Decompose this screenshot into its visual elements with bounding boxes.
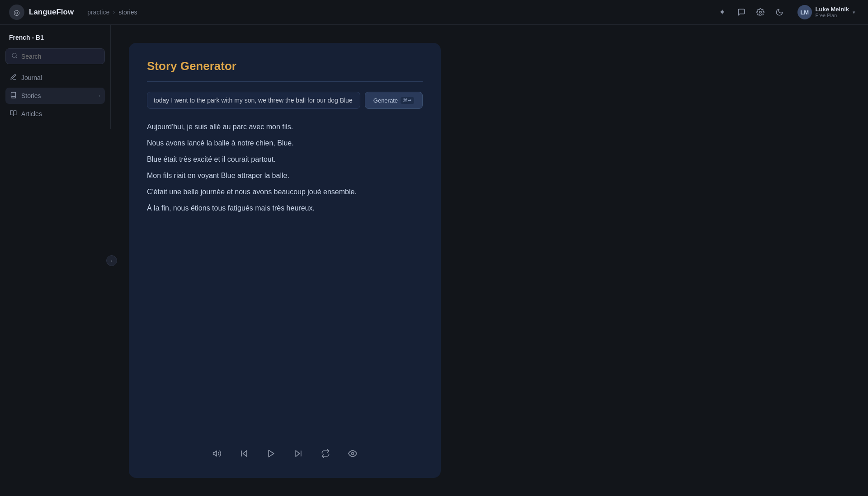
messages-button[interactable] [733, 4, 750, 20]
skip-back-button[interactable] [236, 445, 252, 462]
story-generator-card: Story Generator Generate ⌘↵ Aujourd'hui,… [129, 43, 441, 478]
svg-point-0 [759, 11, 761, 14]
user-plan: Free Plan [816, 13, 849, 19]
user-name: Luke Melnik [816, 6, 849, 13]
story-input[interactable] [147, 92, 360, 109]
repeat-button[interactable] [317, 445, 334, 462]
story-sentence-4: C'était une belle journée et nous avons … [147, 187, 423, 197]
generate-label: Generate [373, 97, 398, 104]
stories-icon [10, 92, 17, 100]
search-box[interactable] [5, 48, 105, 64]
breadcrumb-current: stories [118, 9, 137, 16]
sidebar-item-articles-label: Articles [21, 110, 100, 117]
svg-line-2 [16, 57, 17, 58]
sidebar-item-journal-label: Journal [21, 74, 100, 81]
story-sentence-2: Blue était très excité et il courait par… [147, 154, 423, 165]
breadcrumb-separator: › [113, 9, 115, 15]
volume-button[interactable] [209, 445, 225, 462]
main-layout: French - B1 Journal Stories [0, 25, 868, 496]
topnav-actions: ✦ LM Luke Melnik Free Plan ▾ [714, 3, 859, 21]
sidebar-item-stories[interactable]: Stories ‹ [5, 88, 105, 104]
media-controls [147, 445, 423, 462]
story-sentence-0: Aujourd'hui, je suis allé au parc avec m… [147, 122, 423, 132]
story-sentence-3: Mon fils riait en voyant Blue attraper l… [147, 170, 423, 181]
svg-marker-4 [243, 450, 247, 456]
sparkle-button[interactable]: ✦ [714, 4, 731, 20]
skip-forward-button[interactable] [290, 445, 307, 462]
collapse-sidebar-button[interactable]: ‹ [106, 255, 117, 266]
brand[interactable]: ◎ LangueFlow [9, 5, 74, 20]
story-input-row: Generate ⌘↵ [147, 92, 423, 109]
sidebar-item-stories-label: Stories [21, 92, 94, 99]
svg-marker-3 [213, 451, 217, 456]
articles-icon [10, 110, 17, 118]
story-body: Aujourd'hui, je suis allé au parc avec m… [147, 122, 423, 431]
user-chevron-icon: ▾ [853, 9, 855, 15]
logo-symbol: ◎ [14, 8, 20, 17]
language-label: French - B1 [5, 32, 105, 47]
svg-point-9 [352, 453, 354, 455]
sidebar: French - B1 Journal Stories [0, 25, 111, 129]
brand-logo: ◎ [9, 5, 24, 20]
brand-name: LangueFlow [29, 8, 74, 17]
breadcrumb: practice › stories [87, 9, 137, 16]
dark-mode-button[interactable] [771, 4, 788, 20]
generate-kbd: ⌘↵ [401, 97, 414, 104]
breadcrumb-parent[interactable]: practice [87, 9, 109, 16]
user-info: Luke Melnik Free Plan [816, 6, 849, 19]
user-menu[interactable]: LM Luke Melnik Free Plan ▾ [794, 3, 859, 21]
sidebar-item-articles[interactable]: Articles [5, 106, 105, 122]
eye-button[interactable] [344, 445, 361, 462]
avatar: LM [797, 5, 812, 19]
story-sentence-5: À la fin, nous étions tous fatigués mais… [147, 203, 423, 214]
svg-marker-7 [296, 450, 299, 456]
top-navigation: ◎ LangueFlow practice › stories ✦ LM Luk… [0, 0, 868, 25]
sidebar-wrapper: French - B1 Journal Stories [0, 25, 111, 496]
journal-icon [10, 74, 17, 82]
search-icon [11, 52, 18, 60]
settings-button[interactable] [752, 4, 769, 20]
svg-marker-6 [269, 450, 274, 457]
sidebar-item-journal[interactable]: Journal [5, 70, 105, 86]
search-input[interactable] [21, 53, 99, 60]
content-area: Story Generator Generate ⌘↵ Aujourd'hui,… [111, 25, 868, 496]
story-divider [147, 81, 423, 82]
play-button[interactable] [263, 445, 279, 462]
generate-button[interactable]: Generate ⌘↵ [365, 92, 423, 109]
story-sentence-1: Nous avons lancé la balle à notre chien,… [147, 138, 423, 149]
story-generator-title: Story Generator [147, 59, 423, 73]
stories-collapse-icon[interactable]: ‹ [99, 93, 100, 98]
